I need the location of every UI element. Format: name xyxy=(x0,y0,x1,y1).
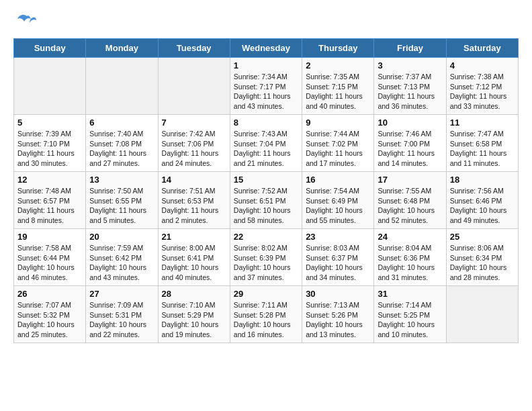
weekday-header-wednesday: Wednesday xyxy=(230,39,302,58)
day-number: 3 xyxy=(378,60,442,71)
calendar-cell: 26Sunrise: 7:07 AM Sunset: 5:32 PM Dayli… xyxy=(14,286,86,343)
weekday-header-sunday: Sunday xyxy=(14,39,86,58)
day-number: 29 xyxy=(234,289,298,299)
day-info: Sunrise: 7:48 AM Sunset: 6:57 PM Dayligh… xyxy=(17,186,82,226)
day-info: Sunrise: 7:56 AM Sunset: 6:46 PM Dayligh… xyxy=(450,186,515,226)
calendar-cell: 21Sunrise: 8:00 AM Sunset: 6:41 PM Dayli… xyxy=(158,229,230,286)
calendar-body: 1Sunrise: 7:34 AM Sunset: 7:17 PM Daylig… xyxy=(14,58,519,343)
day-number: 1 xyxy=(234,60,298,71)
day-number: 22 xyxy=(234,232,298,242)
day-info: Sunrise: 7:39 AM Sunset: 7:10 PM Dayligh… xyxy=(17,129,82,169)
day-number: 21 xyxy=(162,232,226,242)
calendar-cell: 2Sunrise: 7:35 AM Sunset: 7:15 PM Daylig… xyxy=(302,58,374,115)
weekday-row: SundayMondayTuesdayWednesdayThursdayFrid… xyxy=(14,39,519,58)
day-info: Sunrise: 7:54 AM Sunset: 6:49 PM Dayligh… xyxy=(306,186,370,226)
day-info: Sunrise: 7:55 AM Sunset: 6:48 PM Dayligh… xyxy=(378,186,442,226)
calendar-cell: 14Sunrise: 7:51 AM Sunset: 6:53 PM Dayli… xyxy=(158,172,230,229)
day-number: 7 xyxy=(162,118,226,128)
day-number: 4 xyxy=(450,60,515,71)
calendar-cell: 10Sunrise: 7:46 AM Sunset: 7:00 PM Dayli… xyxy=(374,115,446,172)
day-number: 11 xyxy=(450,118,515,128)
calendar-cell: 6Sunrise: 7:40 AM Sunset: 7:08 PM Daylig… xyxy=(86,115,158,172)
week-row-5: 26Sunrise: 7:07 AM Sunset: 5:32 PM Dayli… xyxy=(14,286,519,343)
week-row-3: 12Sunrise: 7:48 AM Sunset: 6:57 PM Dayli… xyxy=(14,172,519,229)
day-number: 5 xyxy=(17,118,82,128)
calendar-cell: 18Sunrise: 7:56 AM Sunset: 6:46 PM Dayli… xyxy=(446,172,518,229)
day-number: 14 xyxy=(162,175,226,185)
day-info: Sunrise: 7:40 AM Sunset: 7:08 PM Dayligh… xyxy=(89,129,154,169)
calendar-cell: 16Sunrise: 7:54 AM Sunset: 6:49 PM Dayli… xyxy=(302,172,374,229)
day-info: Sunrise: 7:13 AM Sunset: 5:26 PM Dayligh… xyxy=(306,300,370,340)
weekday-header-tuesday: Tuesday xyxy=(158,39,230,58)
day-info: Sunrise: 7:11 AM Sunset: 5:28 PM Dayligh… xyxy=(234,300,298,340)
day-info: Sunrise: 8:03 AM Sunset: 6:37 PM Dayligh… xyxy=(306,243,370,283)
calendar-cell: 23Sunrise: 8:03 AM Sunset: 6:37 PM Dayli… xyxy=(302,229,374,286)
day-number: 17 xyxy=(378,175,442,185)
calendar-cell: 19Sunrise: 7:58 AM Sunset: 6:44 PM Dayli… xyxy=(14,229,86,286)
logo xyxy=(13,13,36,32)
day-info: Sunrise: 7:07 AM Sunset: 5:32 PM Dayligh… xyxy=(17,300,82,340)
day-info: Sunrise: 7:46 AM Sunset: 7:00 PM Dayligh… xyxy=(378,129,442,169)
day-number: 18 xyxy=(450,175,515,185)
day-info: Sunrise: 8:06 AM Sunset: 6:34 PM Dayligh… xyxy=(450,243,515,283)
calendar-cell: 24Sunrise: 8:04 AM Sunset: 6:36 PM Dayli… xyxy=(374,229,446,286)
day-info: Sunrise: 7:10 AM Sunset: 5:29 PM Dayligh… xyxy=(162,300,226,340)
day-info: Sunrise: 7:09 AM Sunset: 5:31 PM Dayligh… xyxy=(89,300,154,340)
calendar-cell: 12Sunrise: 7:48 AM Sunset: 6:57 PM Dayli… xyxy=(14,172,86,229)
day-info: Sunrise: 8:02 AM Sunset: 6:39 PM Dayligh… xyxy=(234,243,298,283)
day-info: Sunrise: 7:52 AM Sunset: 6:51 PM Dayligh… xyxy=(234,186,298,226)
calendar-cell: 31Sunrise: 7:14 AM Sunset: 5:25 PM Dayli… xyxy=(374,286,446,343)
calendar-cell: 13Sunrise: 7:50 AM Sunset: 6:55 PM Dayli… xyxy=(86,172,158,229)
day-info: Sunrise: 7:34 AM Sunset: 7:17 PM Dayligh… xyxy=(234,72,298,111)
week-row-2: 5Sunrise: 7:39 AM Sunset: 7:10 PM Daylig… xyxy=(14,115,519,172)
day-number: 8 xyxy=(234,118,298,128)
day-info: Sunrise: 7:38 AM Sunset: 7:12 PM Dayligh… xyxy=(450,72,515,111)
calendar-cell: 9Sunrise: 7:44 AM Sunset: 7:02 PM Daylig… xyxy=(302,115,374,172)
day-number: 23 xyxy=(306,232,370,242)
day-number: 13 xyxy=(89,175,154,185)
calendar-cell xyxy=(14,58,86,115)
calendar-cell: 1Sunrise: 7:34 AM Sunset: 7:17 PM Daylig… xyxy=(230,58,302,115)
page-header xyxy=(13,13,519,32)
calendar-cell: 8Sunrise: 7:43 AM Sunset: 7:04 PM Daylig… xyxy=(230,115,302,172)
day-number: 26 xyxy=(17,289,82,299)
day-info: Sunrise: 7:44 AM Sunset: 7:02 PM Dayligh… xyxy=(306,129,370,169)
day-info: Sunrise: 7:47 AM Sunset: 6:58 PM Dayligh… xyxy=(450,129,515,169)
calendar-cell: 25Sunrise: 8:06 AM Sunset: 6:34 PM Dayli… xyxy=(446,229,518,286)
calendar-cell: 20Sunrise: 7:59 AM Sunset: 6:42 PM Dayli… xyxy=(86,229,158,286)
weekday-header-thursday: Thursday xyxy=(302,39,374,58)
day-info: Sunrise: 7:50 AM Sunset: 6:55 PM Dayligh… xyxy=(89,186,154,226)
day-number: 20 xyxy=(89,232,154,242)
calendar-cell: 27Sunrise: 7:09 AM Sunset: 5:31 PM Dayli… xyxy=(86,286,158,343)
day-number: 24 xyxy=(378,232,442,242)
day-info: Sunrise: 7:37 AM Sunset: 7:13 PM Dayligh… xyxy=(378,72,442,111)
day-number: 30 xyxy=(306,289,370,299)
day-info: Sunrise: 7:42 AM Sunset: 7:06 PM Dayligh… xyxy=(162,129,226,169)
day-number: 9 xyxy=(306,118,370,128)
day-info: Sunrise: 8:00 AM Sunset: 6:41 PM Dayligh… xyxy=(162,243,226,283)
day-number: 25 xyxy=(450,232,515,242)
day-info: Sunrise: 7:58 AM Sunset: 6:44 PM Dayligh… xyxy=(17,243,82,283)
day-info: Sunrise: 8:04 AM Sunset: 6:36 PM Dayligh… xyxy=(378,243,442,283)
weekday-header-saturday: Saturday xyxy=(446,39,518,58)
calendar-cell: 5Sunrise: 7:39 AM Sunset: 7:10 PM Daylig… xyxy=(14,115,86,172)
day-number: 2 xyxy=(306,60,370,71)
day-number: 19 xyxy=(17,232,82,242)
calendar-cell: 3Sunrise: 7:37 AM Sunset: 7:13 PM Daylig… xyxy=(374,58,446,115)
weekday-header-monday: Monday xyxy=(86,39,158,58)
calendar-cell xyxy=(86,58,158,115)
day-number: 27 xyxy=(89,289,154,299)
day-number: 10 xyxy=(378,118,442,128)
day-info: Sunrise: 7:43 AM Sunset: 7:04 PM Dayligh… xyxy=(234,129,298,169)
calendar-cell: 29Sunrise: 7:11 AM Sunset: 5:28 PM Dayli… xyxy=(230,286,302,343)
day-number: 31 xyxy=(378,289,442,299)
calendar-cell xyxy=(158,58,230,115)
day-info: Sunrise: 7:51 AM Sunset: 6:53 PM Dayligh… xyxy=(162,186,226,226)
day-info: Sunrise: 7:14 AM Sunset: 5:25 PM Dayligh… xyxy=(378,300,442,340)
calendar-cell: 28Sunrise: 7:10 AM Sunset: 5:29 PM Dayli… xyxy=(158,286,230,343)
calendar-cell: 4Sunrise: 7:38 AM Sunset: 7:12 PM Daylig… xyxy=(446,58,518,115)
week-row-1: 1Sunrise: 7:34 AM Sunset: 7:17 PM Daylig… xyxy=(14,58,519,115)
calendar-cell: 15Sunrise: 7:52 AM Sunset: 6:51 PM Dayli… xyxy=(230,172,302,229)
weekday-header-friday: Friday xyxy=(374,39,446,58)
calendar-cell xyxy=(446,286,518,343)
